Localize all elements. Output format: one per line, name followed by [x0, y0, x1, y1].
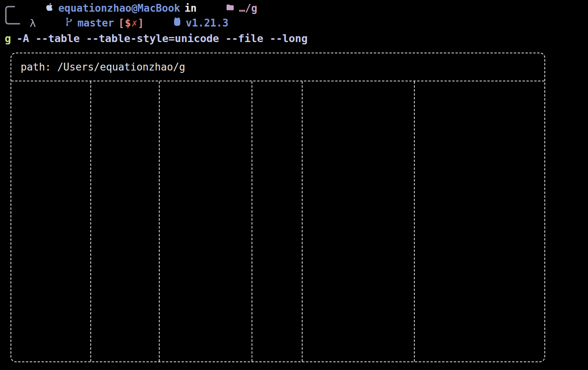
git-status-badge: [$✗]	[118, 17, 144, 29]
table-body	[11, 81, 544, 361]
command-program: g	[5, 32, 11, 44]
path-label: path: /Users/equationzhao/g	[21, 61, 185, 73]
prompt-bracket	[4, 5, 22, 26]
git-dirty-x: ✗	[131, 17, 138, 29]
column-owner	[160, 81, 252, 361]
terminal-window: { "colors": { "background": "#000000", "…	[0, 0, 588, 370]
git-branch-name: master	[77, 17, 114, 29]
prompt-line-2: λ master [$✗] v1.21.3	[30, 16, 229, 30]
current-directory: …/g	[239, 2, 257, 14]
prompt-in-word: in	[185, 2, 197, 14]
table-path-header: path: /Users/equationzhao/g	[11, 53, 544, 81]
column-permissions	[11, 81, 91, 361]
go-version-text: v1.21.3	[186, 17, 229, 29]
column-modified	[303, 81, 415, 361]
column-filename	[415, 81, 544, 361]
column-size	[91, 81, 160, 361]
command-args: -A --table --table-style=unicode --file …	[16, 32, 308, 44]
file-listing-table: path: /Users/equationzhao/g	[11, 53, 545, 362]
lambda-prompt-char: λ	[30, 17, 36, 29]
command-line: g -A --table --table-style=unicode --fil…	[5, 31, 308, 45]
column-group	[252, 81, 303, 361]
